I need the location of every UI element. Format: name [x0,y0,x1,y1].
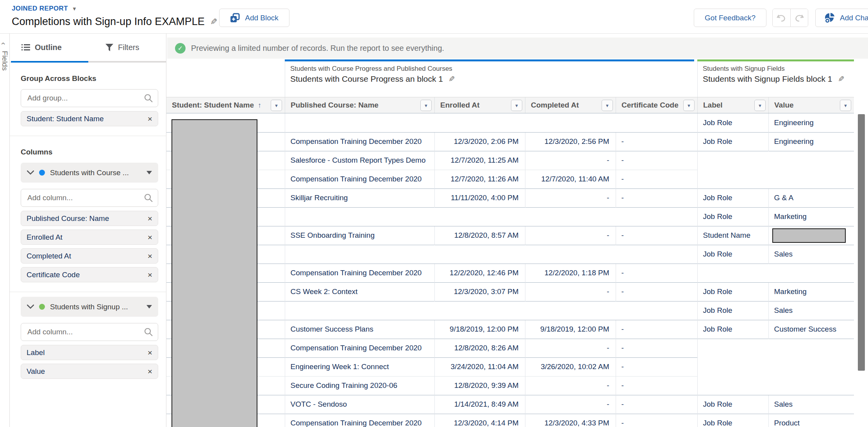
add-chart-button[interactable]: Add Cha [815,9,868,27]
cell-enrolled-at: 12/7/2020, 11:26 AM [434,170,525,188]
report-preview: ✓ Previewing a limited number of records… [166,34,868,427]
fields-panel-toggle[interactable]: › Fields [0,34,10,427]
column-menu-button[interactable]: ▼ [271,100,282,111]
success-check-icon: ✓ [175,43,186,54]
remove-pill-icon[interactable]: × [148,271,152,279]
joined-report-builder: JOINED REPORT ▼ Completions with Sign-up… [0,0,868,427]
block-selector-signup-fields[interactable]: Students with Signup ... [21,297,158,317]
block-selector-course-progress[interactable]: Students with Course ... [21,163,158,183]
tab-outline[interactable]: Outline [21,34,62,61]
column-menu-button[interactable]: ▼ [511,100,522,111]
search-icon [144,94,153,102]
column-menu-button[interactable]: ▼ [840,100,851,111]
column-pill[interactable]: Certificate Code× [21,267,158,282]
column-header-student-student-name[interactable]: Student: Student Name↑▼ [166,97,285,113]
cell-value: Product [768,414,854,427]
column-pill[interactable]: Published Course: Name× [21,211,158,226]
cell-certificate-code: - [616,226,697,245]
remove-pill-icon[interactable]: × [148,233,152,241]
cell-enrolled-at: 12/8/2020, 8:26 AM [434,339,525,357]
vertical-scrollbar[interactable] [858,114,865,371]
edit-block-name-icon[interactable]: ✎ [448,74,455,84]
remove-pill-icon[interactable]: × [148,115,152,123]
cell-enrolled-at: 12/8/2020, 8:57 AM [434,226,525,245]
table-row: Compensation Training December 202012/2/… [166,264,854,282]
column-pill[interactable]: Value× [21,364,158,379]
cell-enrolled-at: 1/14/2021, 8:49 AM [434,395,525,414]
column-pill[interactable]: Student: Student Name× [21,111,158,126]
cell-label: Job Role [697,132,768,151]
column-header-published-course-name[interactable]: Published Course: Name▼ [285,97,434,113]
sidebar-tabs: Outline Filters [10,34,166,63]
table-column-headers: Student: Student Name↑▼Published Course:… [166,97,854,113]
column-header-label: Value [774,101,794,109]
search-icon [144,328,153,336]
got-feedback-button[interactable]: Got Feedback? [694,9,766,27]
cell-certificate-code: - [616,151,697,170]
remove-pill-icon[interactable]: × [148,348,152,357]
group-across-blocks-heading: Group Across Blocks [21,74,158,83]
cell-enrolled-at: 12/3/2020, 4:14 PM [434,414,525,427]
remove-pill-icon[interactable]: × [148,252,152,260]
redo-icon [794,14,804,22]
cell-certificate-code: - [616,339,697,357]
report-type-selector[interactable]: JOINED REPORT ▼ [12,5,77,13]
cell-published-course: Compensation Training December 2020 [285,414,434,427]
edit-title-icon[interactable]: ✎ [210,17,217,27]
cell-completed-at: - [525,282,616,301]
column-header-certificate-code[interactable]: Certificate Code▼ [616,97,697,113]
cell-published-course: Salesforce - Custom Report Types Demo [285,151,434,170]
cell-published-course: Customer Success Plans [285,320,434,339]
block-header-band: Students with Course Progress and Publis… [166,59,854,97]
add-block-button[interactable]: Add Block [219,9,289,27]
table-row: Customer Success Plans9/18/2019, 12:00 P… [166,320,854,339]
pill-label: Label [27,348,148,357]
remove-pill-icon[interactable]: × [148,214,152,222]
cell-enrolled-at: 12/8/2020, 9:39 AM [434,376,525,395]
add-column-input-2[interactable] [21,323,158,341]
remove-pill-icon[interactable]: × [148,367,152,375]
pill-label: Student: Student Name [27,115,148,123]
cell-courses-empty [285,113,697,132]
cell-certificate-code: - [616,170,697,188]
column-pill[interactable]: Label× [21,345,158,360]
column-menu-button[interactable]: ▼ [602,100,613,111]
section-divider [10,136,166,136]
block-report-type: Students with Course Progress and Publis… [290,65,452,73]
cell-courses-empty [285,301,697,320]
add-column-input-1[interactable] [21,189,158,207]
cell-label: Job Role [697,282,768,301]
column-pill[interactable]: Enrolled At× [21,230,158,245]
column-header-label: Student: Student Name [172,101,254,109]
tab-filters[interactable]: Filters [105,34,139,61]
block-color-dot-blue [39,170,45,176]
cell-completed-at: - [525,188,616,207]
table-row: VOTC - Sendoso1/14/2021, 8:49 AM--Job Ro… [166,395,854,414]
table-row: Job RoleSales [166,245,854,264]
column-header-label[interactable]: Label▼ [697,97,768,113]
column-pill[interactable]: Completed At× [21,248,158,264]
cell-completed-at: - [525,395,616,414]
undo-button[interactable] [773,9,790,27]
cell-certificate-code: - [616,264,697,282]
block-title: Students with Signup Fields block 1 [703,74,832,84]
column-menu-button[interactable]: ▼ [420,100,432,111]
cell-enrolled-at: 3/24/2020, 11:04 AM [434,357,525,376]
cell-label: Student Name [697,226,768,245]
column-menu-button[interactable]: ▼ [683,100,695,111]
add-column-field-1 [21,189,158,207]
add-group-input[interactable] [21,89,158,107]
top-bar: JOINED REPORT ▼ Completions with Sign-up… [0,0,868,34]
column-menu-button[interactable]: ▼ [754,100,766,111]
column-header-label: Label [703,101,723,109]
cell-value: Sales [768,301,854,320]
column-header-enrolled-at[interactable]: Enrolled At▼ [434,97,525,113]
add-chart-icon [824,13,835,23]
cell-completed-at: 9/18/2019, 12:00 PM [525,320,616,339]
column-header-value[interactable]: Value▼ [768,97,854,113]
redo-button[interactable] [790,9,808,27]
table-row: Job RoleEngineering [166,113,854,132]
edit-block-name-icon[interactable]: ✎ [838,74,845,84]
column-header-completed-at[interactable]: Completed At▼ [525,97,616,113]
cell-certificate-code: - [616,132,697,151]
